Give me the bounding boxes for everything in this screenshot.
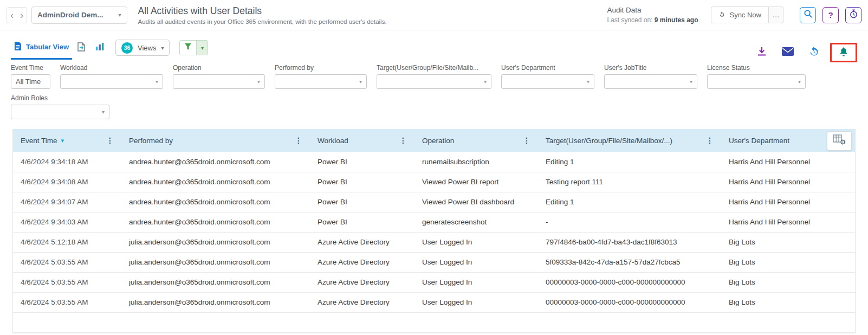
cell-target: - xyxy=(538,212,721,232)
table-row[interactable]: 4/6/2024 9:34:03 AM andrea.hunter@o365dr… xyxy=(13,212,855,232)
download-button[interactable] xyxy=(752,44,772,61)
cell-operation: User Logged In xyxy=(414,292,538,312)
tenant-selector[interactable]: AdminDroid Dem... ▾ xyxy=(31,7,127,24)
column-header-target[interactable]: Target(User/Group/File/Site/Mailbox/...)… xyxy=(538,129,721,152)
filters-panel: Event Time All Time Workload ▾ Operation… xyxy=(0,60,868,126)
schedule-refresh-button[interactable] xyxy=(804,44,824,61)
column-header-operation[interactable]: Operation ⋮ xyxy=(414,129,538,152)
table-row[interactable]: 4/6/2024 5:03:55 AM julia.anderson@o365d… xyxy=(13,292,855,312)
timer-button[interactable] xyxy=(845,7,861,23)
users-jobtitle-filter-select[interactable]: ▾ xyxy=(604,74,697,89)
help-button[interactable]: ? xyxy=(822,7,839,23)
app-root: ‹ › AdminDroid Dem... ▾ All Activities w… xyxy=(0,0,868,333)
schedule-refresh-icon xyxy=(808,46,820,60)
sort-desc-icon[interactable]: ▾ xyxy=(61,137,64,144)
column-header-workload[interactable]: Workload ⋮ xyxy=(310,129,414,152)
chevron-down-icon: ▾ xyxy=(257,79,260,85)
search-icon xyxy=(804,9,813,21)
search-button[interactable] xyxy=(800,7,816,23)
cell-performed-by: andrea.hunter@o365droid.onmicrosoft.com xyxy=(121,192,310,212)
cell-users-department: Big Lots xyxy=(721,292,855,312)
event-time-filter-button[interactable]: All Time xyxy=(11,74,50,89)
timer-icon xyxy=(849,9,858,21)
views-count-badge: 36 xyxy=(121,42,133,54)
column-label: User's Department xyxy=(729,137,789,145)
target-filter-select[interactable]: ▾ xyxy=(377,74,491,89)
users-department-filter-select[interactable]: ▾ xyxy=(501,74,594,89)
chevron-down-icon: ▾ xyxy=(798,79,801,85)
license-status-filter-select[interactable]: ▾ xyxy=(707,74,806,89)
cell-target: Editing 1 xyxy=(538,152,721,172)
chevron-down-icon: ▾ xyxy=(156,79,158,85)
column-label: Performed by xyxy=(129,137,173,145)
table-row[interactable]: 4/6/2024 5:12:18 AM julia.anderson@o365d… xyxy=(13,232,855,252)
cell-performed-by: julia.anderson@o365droid.onmicrosoft.com xyxy=(121,272,310,292)
cell-event-time: 4/6/2024 9:34:07 AM xyxy=(13,192,121,212)
operation-filter-select[interactable]: ▾ xyxy=(173,74,265,89)
top-bar: ‹ › AdminDroid Dem... ▾ All Activities w… xyxy=(0,0,868,30)
back-button[interactable]: ‹ xyxy=(7,10,17,20)
cell-event-time: 4/6/2024 5:12:18 AM xyxy=(13,232,121,252)
chart-view-button[interactable] xyxy=(90,40,109,56)
cell-target: 00000003-0000-0000-c000-000000000000 xyxy=(538,292,721,312)
column-menu-icon[interactable]: ⋮ xyxy=(399,136,407,145)
filter-performed-by: Performed by ▾ xyxy=(275,64,367,89)
alert-highlight-box xyxy=(830,43,857,62)
views-dropdown[interactable]: 36 Views ▾ xyxy=(115,40,170,56)
filter-label: User's JobTitle xyxy=(604,64,697,72)
cell-target: 5f09333a-842c-47da-a157-57da27fcbca5 xyxy=(538,252,721,272)
cell-operation: Viewed Power BI report xyxy=(414,172,538,192)
table-header: Event Time ▾ ⋮ Performed by ⋮ Work xyxy=(13,129,855,152)
table-row[interactable]: 4/6/2024 9:34:07 AM andrea.hunter@o365dr… xyxy=(13,192,855,212)
sync-now-button[interactable]: Sync Now xyxy=(711,7,769,23)
column-menu-icon[interactable]: ⋮ xyxy=(295,136,302,145)
sync-controls: Sync Now … xyxy=(711,7,783,23)
column-label: Workload xyxy=(318,137,348,145)
column-menu-icon[interactable]: ⋮ xyxy=(706,136,714,145)
cell-event-time: 4/6/2024 5:03:55 AM xyxy=(13,272,121,292)
performed-by-filter-select[interactable]: ▾ xyxy=(275,74,367,89)
export-report-button[interactable] xyxy=(72,40,90,56)
filter-label: Event Time xyxy=(11,64,50,72)
column-header-performed-by[interactable]: Performed by ⋮ xyxy=(121,129,310,152)
column-header-event-time[interactable]: Event Time ▾ ⋮ xyxy=(13,129,121,152)
chevron-down-icon: ▾ xyxy=(587,79,590,85)
cell-event-time: 4/6/2024 9:34:08 AM xyxy=(13,172,121,192)
table-row[interactable]: 4/6/2024 9:34:18 AM andrea.hunter@o365dr… xyxy=(13,152,855,172)
table-row[interactable]: 4/6/2024 9:34:08 AM andrea.hunter@o365dr… xyxy=(13,172,855,192)
admin-roles-filter-select[interactable]: ▾ xyxy=(11,105,109,119)
cell-performed-by: andrea.hunter@o365droid.onmicrosoft.com xyxy=(121,172,310,192)
filter-users-jobtitle: User's JobTitle ▾ xyxy=(604,64,697,89)
filter-label: Performed by xyxy=(275,64,367,72)
column-label: Event Time xyxy=(21,137,57,145)
table-row[interactable]: 4/6/2024 5:03:55 AM julia.anderson@o365d… xyxy=(13,252,855,272)
forward-icon: › xyxy=(20,10,23,21)
filter-dropdown-button[interactable]: ▾ xyxy=(196,41,208,55)
alert-button[interactable] xyxy=(837,46,850,60)
forward-button[interactable]: › xyxy=(17,10,27,20)
table-row-partial[interactable] xyxy=(13,312,855,332)
chevron-down-icon: ▾ xyxy=(690,79,692,85)
email-button[interactable] xyxy=(778,44,798,61)
column-menu-icon[interactable]: ⋮ xyxy=(106,136,114,145)
chevron-down-icon: ▾ xyxy=(359,79,362,85)
chevron-down-icon: ▾ xyxy=(102,109,105,115)
last-synced-label: Last synced on: xyxy=(607,16,652,24)
more-options-button[interactable]: … xyxy=(769,7,783,23)
export-report-icon xyxy=(77,42,86,54)
column-menu-icon[interactable]: ⋮ xyxy=(523,136,530,145)
sync-now-label: Sync Now xyxy=(729,11,761,19)
filter-button[interactable] xyxy=(180,41,196,55)
cell-operation: generatescreenshot xyxy=(414,212,538,232)
cell-target: 00000003-0000-0000-c000-000000000000 xyxy=(538,272,721,292)
cell-operation: runemailsubscription xyxy=(414,152,538,172)
workload-filter-select[interactable]: ▾ xyxy=(60,74,163,89)
cell-event-time: 4/6/2024 5:03:55 AM xyxy=(13,252,121,272)
table-row[interactable]: 4/6/2024 5:03:55 AM julia.anderson@o365d… xyxy=(13,272,855,292)
cell-workload: Azure Active Directory xyxy=(310,272,414,292)
tab-tabular-view[interactable]: Tabular View xyxy=(11,36,72,60)
column-settings-button[interactable] xyxy=(827,131,852,151)
audit-grid: Event Time ▾ ⋮ Performed by ⋮ Work xyxy=(12,129,856,333)
chevron-down-icon: ▾ xyxy=(484,79,487,85)
cell-users-department: Harris And Hill Personnel xyxy=(721,152,855,172)
